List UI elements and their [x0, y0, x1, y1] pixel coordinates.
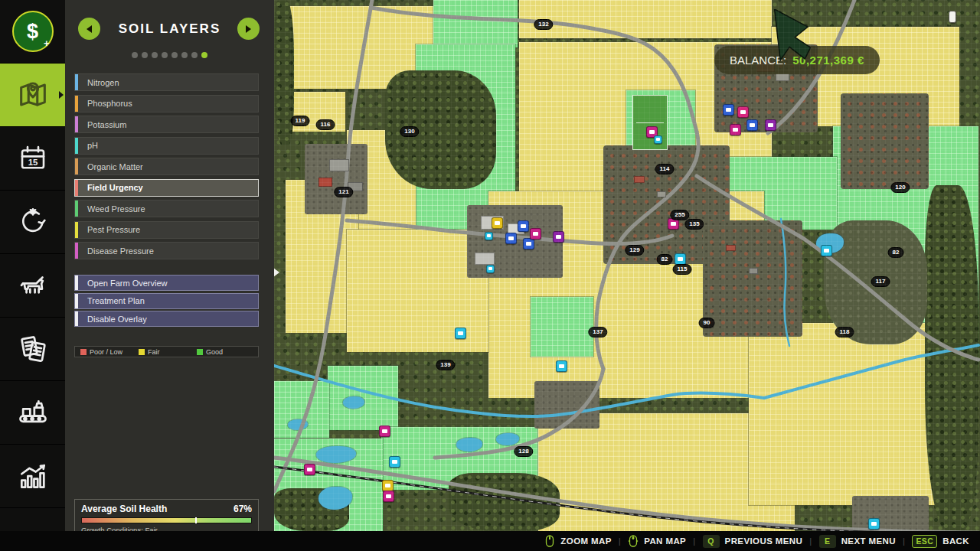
- field-good: [531, 297, 593, 357]
- hotkey-hint-back[interactable]: ESCBACK: [912, 535, 969, 548]
- layer-item-pest-pressure[interactable]: Pest Pressure: [74, 221, 259, 239]
- sidebar-item-contracts[interactable]: [0, 318, 65, 380]
- water-point-marker[interactable]: [654, 135, 662, 144]
- open-farm-overview-button[interactable]: Open Farm Overview: [74, 275, 259, 291]
- marker-glyph: [824, 249, 829, 253]
- treatment-plan-button[interactable]: Treatment Plan: [74, 293, 259, 309]
- layer-color-bar: [75, 116, 78, 132]
- water-point-marker[interactable]: [486, 265, 495, 273]
- hotkey-hint-zoom-map[interactable]: ZOOM MAP: [544, 534, 611, 549]
- production-point-marker[interactable]: [383, 491, 394, 502]
- storage-marker[interactable]: [523, 238, 534, 249]
- layer-item-organic-matter[interactable]: Organic Matter: [74, 158, 259, 175]
- legend: Poor / LowFairGood: [74, 346, 259, 357]
- storage-marker[interactable]: [518, 220, 529, 232]
- water-plant-marker[interactable]: [868, 518, 880, 530]
- field-number-label[interactable]: 128: [514, 446, 533, 457]
- marker-glyph: [488, 267, 492, 270]
- layer-label: Pest Pressure: [87, 225, 140, 234]
- shop-marker[interactable]: [492, 217, 503, 229]
- field-number-label[interactable]: 82: [888, 247, 904, 258]
- field-number-label[interactable]: 114: [655, 164, 675, 174]
- field-number-label[interactable]: 119: [291, 116, 310, 126]
- field-number-label[interactable]: 90: [699, 318, 715, 328]
- production-point-marker[interactable]: [530, 228, 541, 240]
- layer-item-phosphorus[interactable]: Phosphorus: [74, 95, 259, 112]
- sell-point-marker[interactable]: [553, 231, 564, 243]
- field-number-label[interactable]: 130: [400, 126, 419, 137]
- sidebar-item-statistics[interactable]: [0, 445, 65, 507]
- field-fair: [519, 0, 772, 38]
- water-point-marker[interactable]: [455, 328, 466, 339]
- layer-item-ph[interactable]: pH: [74, 137, 259, 155]
- water-point-marker[interactable]: [485, 232, 493, 240]
- hotkey-hint-previous-menu[interactable]: QPREVIOUS MENU: [703, 535, 803, 548]
- marker-glyph: [678, 257, 683, 261]
- production-point-marker[interactable]: [379, 425, 390, 437]
- disable-overlay-button[interactable]: Disable Overlay: [74, 311, 259, 327]
- field-number-label[interactable]: 118: [835, 327, 854, 337]
- storage-marker[interactable]: [746, 119, 758, 131]
- layer-item-field-urgency[interactable]: Field Urgency: [74, 179, 259, 197]
- water-point-marker[interactable]: [675, 253, 686, 265]
- production-point-marker[interactable]: [737, 106, 749, 118]
- field-number-label[interactable]: 132: [534, 19, 553, 30]
- marker-glyph: [521, 224, 526, 228]
- sidebar: $+15: [0, 0, 65, 551]
- layer-item-potassium[interactable]: Potassium: [74, 116, 259, 133]
- layer-color-bar: [75, 201, 78, 217]
- page-dot: [191, 52, 198, 58]
- field-number-label[interactable]: 116: [316, 119, 335, 130]
- field-number-label[interactable]: 121: [334, 187, 353, 197]
- field-number-label[interactable]: 255: [670, 210, 689, 220]
- map-viewport[interactable]: 1321191161301211141202551351298211582117…: [274, 0, 980, 531]
- panel-expander-arrow-icon[interactable]: [274, 268, 279, 277]
- production-point-marker[interactable]: [304, 464, 315, 475]
- hotkey-hint-pan-map[interactable]: PAN MAP: [628, 534, 686, 549]
- storage-marker[interactable]: [723, 104, 734, 116]
- sidebar-item-map[interactable]: [0, 64, 65, 126]
- layer-item-weed-pressure[interactable]: Weed Pressure: [74, 200, 259, 217]
- layer-item-nitrogen[interactable]: Nitrogen: [74, 73, 259, 91]
- water-point-marker[interactable]: [556, 360, 567, 372]
- marker-glyph: [392, 460, 397, 464]
- sell-point-marker[interactable]: [382, 480, 394, 491]
- water-point-marker[interactable]: [389, 456, 400, 468]
- field-number-label[interactable]: 115: [673, 264, 692, 275]
- money-icon: $+: [12, 11, 54, 52]
- sidebar-item-finances[interactable]: $+: [0, 0, 65, 63]
- sidebar-item-production[interactable]: [0, 381, 65, 444]
- sidebar-item-animals[interactable]: [0, 254, 65, 317]
- bar-chart-icon: [16, 459, 50, 493]
- separator: |: [809, 536, 812, 546]
- storage-marker[interactable]: [505, 233, 517, 244]
- pool-marker[interactable]: [821, 245, 832, 256]
- marker-glyph: [671, 222, 676, 226]
- button-label: Open Farm Overview: [87, 279, 168, 288]
- field-number-label[interactable]: 135: [684, 219, 704, 230]
- field-number-label[interactable]: 137: [588, 327, 607, 337]
- hint-label: ZOOM MAP: [560, 536, 611, 546]
- sidebar-item-crop-rotation[interactable]: [0, 191, 65, 253]
- field-number-label[interactable]: 82: [657, 254, 673, 265]
- legend-swatch: [197, 349, 203, 355]
- bottom-bar: ZOOM MAP|PAN MAP|QPREVIOUS MENU|ENEXT ME…: [0, 531, 980, 551]
- field-number-label[interactable]: 120: [890, 182, 910, 193]
- calendar-icon: 15: [17, 142, 49, 174]
- vehicle-marker[interactable]: [949, 11, 956, 23]
- right-arrow-icon: [246, 25, 251, 33]
- field-number-label[interactable]: 139: [436, 360, 455, 370]
- layer-item-disease-pressure[interactable]: Disease Pressure: [74, 242, 259, 259]
- sell-point-marker[interactable]: [765, 119, 776, 131]
- cow-icon: [16, 269, 50, 302]
- field-number-label[interactable]: 117: [871, 276, 890, 287]
- hotkey-hint-next-menu[interactable]: ENEXT MENU: [819, 535, 896, 548]
- field-number-label[interactable]: 129: [625, 245, 644, 256]
- button-accent-bar: [75, 311, 78, 326]
- mouse-pan-icon: [628, 534, 639, 549]
- hint-label: PAN MAP: [644, 536, 686, 546]
- next-page-button[interactable]: [237, 18, 260, 40]
- legend-label: Good: [206, 348, 223, 356]
- production-point-marker[interactable]: [730, 124, 741, 135]
- sidebar-item-calendar[interactable]: 15: [0, 127, 65, 190]
